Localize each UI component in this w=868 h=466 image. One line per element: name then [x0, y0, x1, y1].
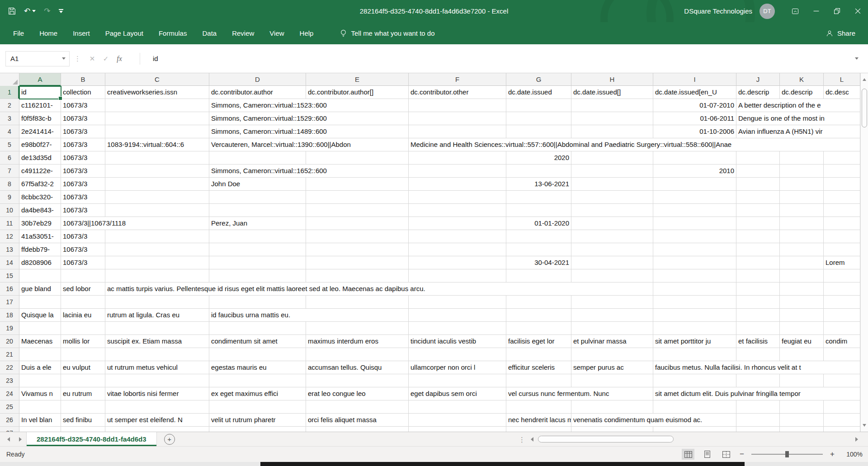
formula-bar-expand-button[interactable]	[851, 57, 863, 60]
cell-G4[interactable]	[506, 125, 571, 138]
zoom-slider-thumb[interactable]	[785, 451, 789, 457]
cell-A11[interactable]: 30b7eb29	[19, 217, 61, 230]
cell-A9[interactable]: 8cbbc320-	[19, 191, 61, 203]
cell-L21[interactable]	[824, 348, 860, 361]
cell-E17[interactable]	[306, 296, 409, 308]
cell-K8[interactable]	[780, 178, 824, 190]
cell-D12[interactable]	[209, 230, 306, 243]
cell-J4[interactable]: Avian influenza A (H5N1) vir	[736, 125, 860, 138]
cell-C5[interactable]: 1083-9194::virtual::604::6	[105, 138, 209, 151]
cell-A10[interactable]: da4be843-	[19, 204, 61, 217]
cell-E21[interactable]	[306, 348, 409, 361]
cell-J3[interactable]: Dengue is one of the most in	[736, 112, 860, 125]
cell-A12[interactable]: 41a53051-	[19, 230, 61, 243]
cell-G21[interactable]	[506, 348, 571, 361]
cell-F12[interactable]	[409, 230, 506, 243]
cell-B5[interactable]: 10673/3	[61, 138, 105, 151]
cell-G14[interactable]: 30-04-2021	[506, 256, 571, 269]
cell-B16[interactable]: sed lobor	[61, 282, 105, 295]
scroll-right-button[interactable]	[853, 435, 861, 443]
cell-B22[interactable]: eu vulput	[61, 361, 105, 374]
cell-L9[interactable]	[824, 191, 860, 203]
cell-H19[interactable]	[571, 322, 653, 334]
cell-J25[interactable]	[736, 400, 780, 413]
cell-F15[interactable]	[409, 269, 506, 282]
cell-C25[interactable]	[105, 400, 209, 413]
cell-F1[interactable]: dc.contributor.other	[409, 86, 506, 99]
horizontal-scrollbar[interactable]	[528, 435, 861, 443]
row-header-23[interactable]: 23	[0, 374, 19, 387]
zoom-in-button[interactable]: +	[829, 450, 835, 459]
cell-B14[interactable]: 10673/3	[61, 256, 105, 269]
cell-I16[interactable]	[653, 282, 736, 295]
row-header-14[interactable]: 14	[0, 256, 19, 269]
zoom-level[interactable]: 100%	[842, 451, 863, 458]
cell-D4[interactable]: Simmons, Cameron::virtual::1489::600	[209, 125, 408, 138]
vertical-scroll-thumb[interactable]	[862, 89, 867, 127]
cell-G24[interactable]: vel cursus nunc fermentum. Nunc	[506, 387, 653, 400]
cell-B26[interactable]: sed finibu	[61, 414, 105, 426]
cell-I9[interactable]	[653, 191, 736, 203]
row-header-13[interactable]: 13	[0, 243, 19, 256]
cell-G8[interactable]: 13-06-2021	[506, 178, 571, 190]
cell-D9[interactable]	[209, 191, 306, 203]
formula-input[interactable]: id	[140, 55, 851, 62]
cell-F25[interactable]	[409, 400, 506, 413]
row-header-17[interactable]: 17	[0, 296, 19, 308]
cell-E13[interactable]	[306, 243, 409, 256]
cell-B13[interactable]: 10673/3	[61, 243, 105, 256]
cell-K19[interactable]	[780, 322, 824, 334]
cell-F19[interactable]	[409, 322, 506, 334]
cell-G27[interactable]	[506, 427, 571, 432]
cell-G6[interactable]: 2020	[506, 151, 571, 164]
cell-D24[interactable]: ex eget maximus effici	[209, 387, 306, 400]
column-header-A[interactable]: A	[19, 73, 61, 86]
cell-J15[interactable]	[736, 269, 780, 282]
cell-I15[interactable]	[653, 269, 736, 282]
cell-G1[interactable]: dc.date.issued	[506, 86, 571, 99]
cell-J14[interactable]	[736, 256, 780, 269]
cell-L6[interactable]	[824, 151, 860, 164]
cell-L25[interactable]	[824, 400, 860, 413]
formula-enter-button[interactable]: ✓	[99, 55, 113, 63]
cell-C27[interactable]	[105, 427, 209, 432]
row-header-10[interactable]: 10	[0, 204, 19, 217]
cell-J13[interactable]	[736, 243, 780, 256]
cell-E10[interactable]	[306, 204, 409, 217]
cell-K7[interactable]	[780, 165, 824, 177]
cell-L27[interactable]	[824, 427, 860, 432]
cell-E22[interactable]: accumsan tellus. Quisqu	[306, 361, 409, 374]
ribbon-tab-data[interactable]: Data	[194, 22, 224, 44]
cell-L15[interactable]	[824, 269, 860, 282]
cell-A1[interactable]: id	[19, 86, 61, 99]
cell-D19[interactable]	[209, 322, 306, 334]
cell-H23[interactable]	[571, 374, 653, 387]
cell-L1[interactable]: dc.desc	[824, 86, 860, 99]
cell-B8[interactable]: 10673/3	[61, 178, 105, 190]
insert-function-button[interactable]: fx	[113, 55, 126, 63]
cell-I10[interactable]	[653, 204, 736, 217]
cell-I23[interactable]	[653, 374, 736, 387]
cell-H1[interactable]: dc.date.issued[]	[571, 86, 653, 99]
cell-J19[interactable]	[736, 322, 780, 334]
cell-B6[interactable]: 10673/3	[61, 151, 105, 164]
undo-button[interactable]: ↶	[24, 7, 36, 15]
cell-F6[interactable]	[409, 151, 506, 164]
cell-J20[interactable]: et facilisis	[736, 335, 780, 348]
cell-C6[interactable]	[105, 151, 209, 164]
vertical-scrollbar[interactable]	[860, 73, 868, 432]
cell-B27[interactable]	[61, 427, 105, 432]
cell-A8[interactable]: 67f5af32-2	[19, 178, 61, 190]
row-header-6[interactable]: 6	[0, 151, 19, 164]
tell-me-box[interactable]: Tell me what you want to do	[340, 29, 434, 37]
cell-L10[interactable]	[824, 204, 860, 217]
cell-K1[interactable]: dc.descrip	[780, 86, 824, 99]
cell-I14[interactable]	[653, 256, 736, 269]
cell-F10[interactable]	[409, 204, 506, 217]
cell-B24[interactable]: eu rutrum	[61, 387, 105, 400]
column-header-K[interactable]: K	[780, 73, 824, 86]
row-header-2[interactable]: 2	[0, 99, 19, 112]
cell-K18[interactable]	[780, 309, 824, 321]
row-header-16[interactable]: 16	[0, 282, 19, 295]
cell-H22[interactable]: semper purus ac	[571, 361, 653, 374]
